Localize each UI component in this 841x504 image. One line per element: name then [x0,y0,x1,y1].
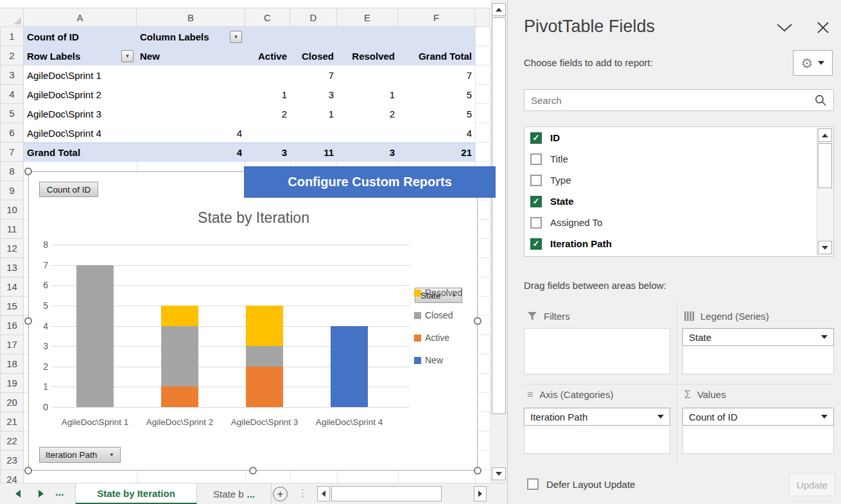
field-item-title[interactable]: Title [525,148,833,169]
horizontal-scrollbar[interactable] [313,485,489,503]
column-header-F[interactable]: F [398,8,475,27]
row-header-7[interactable]: 7 [0,143,24,162]
legend-item-active[interactable]: Active [414,333,478,343]
field-item-state[interactable]: ✓State [525,191,833,212]
row-header-14[interactable]: 14 [0,277,24,297]
selection-handle[interactable] [474,467,481,474]
scrollbar-thumb[interactable] [492,17,506,414]
row-header-21[interactable]: 21 [0,412,24,431]
selection-handle[interactable] [24,168,32,175]
row-header-3[interactable]: 3 [0,65,24,85]
pivot-cell[interactable]: 2 [245,104,290,123]
pivot-cell[interactable] [337,27,398,46]
row-header-4[interactable]: 4 [0,85,24,104]
pivot-cell[interactable]: 3 [337,143,398,162]
chevron-down-icon[interactable] [776,22,793,33]
scroll-up-button[interactable] [818,128,832,142]
legend-item-new[interactable]: New [414,355,478,365]
defer-checkbox[interactable] [527,478,539,490]
legend-area-box[interactable]: State [682,328,834,374]
axis-field-chip[interactable]: Iteration Path [524,408,670,426]
legend-field-chip[interactable]: State [682,328,834,346]
pivot-cell[interactable]: Row Labels▼ [24,46,137,65]
pivot-cell[interactable]: AgileDoc\Sprint 3 [24,104,137,123]
next-sheet-arrow-icon[interactable] [39,490,44,498]
row-header-6[interactable]: 6 [0,123,24,143]
row-header-9[interactable]: 9 [0,181,24,200]
pivot-cell[interactable] [290,27,337,46]
field-checkbox[interactable]: ✓ [530,238,542,250]
close-icon[interactable] [816,21,830,35]
scrollbar-thumb[interactable] [818,143,832,188]
field-checkbox[interactable]: ✓ [530,132,542,144]
bar-segment-active[interactable] [246,367,283,407]
pivot-cell[interactable]: 1 [245,85,290,104]
field-item-assigned-to[interactable]: Assigned To [525,212,833,233]
row-header-5[interactable]: 5 [0,104,24,123]
row-header-22[interactable]: 22 [0,431,24,451]
row-header-8[interactable]: 8 [0,162,24,181]
field-item-id[interactable]: ✓ID [525,127,833,148]
pivot-cell[interactable]: Active [245,46,290,65]
column-header-D[interactable]: D [290,8,337,27]
values-area-box[interactable]: Count of ID [682,408,834,454]
bar-segment-resolved[interactable] [246,306,283,346]
tools-gear-button[interactable]: ⚙ [793,50,833,76]
grid-vertical-scrollbar[interactable] [490,0,507,483]
field-item-iteration-path[interactable]: ✓Iteration Path [525,233,833,254]
pivot-cell[interactable] [137,85,245,104]
pivot-cell[interactable]: 1 [337,85,398,104]
pivot-cell[interactable] [290,123,337,143]
bar-segment-closed[interactable] [161,326,198,387]
field-search[interactable] [524,89,834,111]
bar-segment-closed[interactable] [76,265,114,407]
legend-item-resolved[interactable]: Resolved [414,288,478,298]
pivot-cell[interactable] [245,123,290,143]
legend-item-closed[interactable]: Closed [414,310,478,320]
tab-overflow-ellipsis[interactable]: ... [55,487,64,498]
sheet-tab-state-by-iteration[interactable]: State by Iteration [75,483,197,504]
chart-axis-field-button[interactable]: Iteration Path ▼ [39,447,121,463]
bar-segment-closed[interactable] [246,346,283,367]
filters-area-box[interactable] [524,328,670,374]
bar-segment-resolved[interactable] [161,306,198,326]
field-checkbox[interactable] [530,153,542,165]
scroll-down-button[interactable] [818,241,832,254]
pivot-cell[interactable]: 7 [290,65,337,85]
pivot-cell[interactable]: Closed [290,46,337,65]
pivot-cell[interactable]: 21 [398,143,475,162]
pivot-cell[interactable]: 5 [398,104,475,123]
pivot-cell[interactable]: 11 [290,143,337,162]
row-header-15[interactable]: 15 [0,297,24,316]
row-header-1[interactable]: 1 [0,27,24,46]
pivot-cell[interactable] [337,65,398,85]
row-header-2[interactable]: 2 [0,46,24,65]
selection-handle[interactable] [249,467,257,474]
row-header-17[interactable]: 17 [0,335,24,354]
axis-area-box[interactable]: Iteration Path [524,408,670,454]
selection-handle[interactable] [24,317,32,325]
pivot-cell[interactable]: Column Labels▼ [137,27,245,46]
row-header-13[interactable]: 13 [0,258,24,277]
bar-segment-active[interactable] [161,387,198,407]
column-header-A[interactable]: A [24,8,137,27]
pivot-cell[interactable]: 3 [290,85,337,104]
pivot-cell[interactable] [398,27,475,46]
field-item-type[interactable]: Type [525,169,833,191]
pivot-cell[interactable]: 3 [245,143,290,162]
row-header-19[interactable]: 19 [0,374,24,393]
pivot-table[interactable]: Count of IDColumn Labels▼Row Labels▼NewA… [24,27,475,162]
pivot-cell[interactable]: New [137,46,245,65]
bar-segment-new[interactable] [331,326,368,408]
configure-custom-reports-banner[interactable]: Configure Custom Reports [244,166,496,198]
pivot-cell[interactable]: Grand Total [398,46,475,65]
pivot-cell[interactable] [245,65,290,85]
row-header-18[interactable]: 18 [0,354,24,374]
field-checkbox[interactable]: ✓ [530,196,542,207]
pivot-cell[interactable]: 4 [398,123,475,143]
pivot-cell[interactable]: AgileDoc\Sprint 2 [24,85,137,104]
filter-dropdown-button[interactable]: ▼ [121,50,134,62]
new-sheet-button[interactable]: + [273,487,288,501]
field-list-scrollbar[interactable] [817,128,833,256]
filter-dropdown-button[interactable]: ▼ [230,31,242,43]
